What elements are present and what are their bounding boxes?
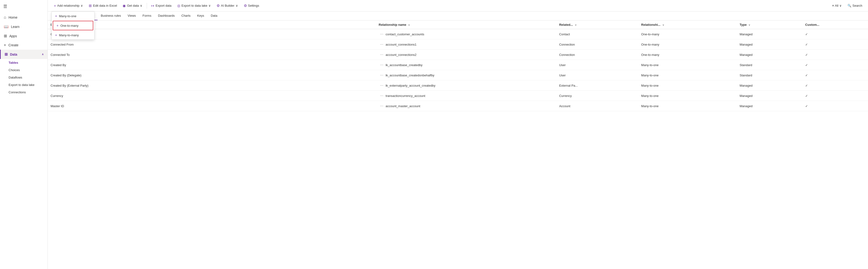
separator-1: [147, 3, 147, 8]
col-header-type[interactable]: Type ∨: [737, 21, 802, 29]
col-header-related[interactable]: Related... ∨: [556, 21, 638, 29]
sort-icon-reltype: ∨: [662, 24, 664, 26]
cell-rel-name: ··· lk_externalparty_account_createdby: [376, 81, 556, 91]
tab-dashboards[interactable]: Dashboards: [155, 11, 178, 20]
cell-rel-name: ··· account_connections1: [376, 39, 556, 50]
cell-type: Managed: [737, 101, 802, 111]
sidebar-sub-connections[interactable]: Connections: [0, 89, 48, 96]
dropdown-one-to-many[interactable]: + One-to-many: [53, 21, 93, 30]
search-button[interactable]: 🔍 Search: [845, 3, 864, 8]
row-more-button[interactable]: ···: [379, 62, 385, 67]
tab-forms-label: Forms: [143, 14, 152, 18]
sidebar-item-apps[interactable]: ⊞ Apps: [0, 31, 48, 40]
sidebar-sub-export-lake-label: Export to data lake: [8, 83, 34, 87]
table-row: Created By ··· lk_accountbase_createdby …: [48, 60, 868, 70]
row-more-button[interactable]: ···: [379, 42, 385, 47]
add-relationship-label: Add relationship: [57, 4, 80, 7]
cell-rel-type: Many-to-one: [638, 91, 737, 101]
tab-views[interactable]: Views: [124, 11, 139, 20]
col-header-display-name[interactable]: Display name ↑ ∨: [48, 21, 376, 29]
row-more-button[interactable]: ···: [379, 83, 385, 88]
tab-data[interactable]: Data: [208, 11, 221, 20]
tab-dashboards-label: Dashboards: [158, 14, 175, 18]
cell-rel-name: ··· lk_accountbase_createdby: [376, 60, 556, 70]
cell-type: Managed: [737, 91, 802, 101]
many-to-one-icon: +: [55, 14, 57, 18]
col-header-custom[interactable]: Custom...: [802, 21, 868, 29]
cell-customizable: ✓: [802, 91, 868, 101]
main-content: + Add relationship ∨ ⊞ Edit data in Exce…: [48, 0, 868, 269]
sidebar-sub-connections-label: Connections: [8, 90, 26, 94]
cell-related: Connection: [556, 39, 638, 50]
row-more-button[interactable]: ···: [379, 72, 385, 78]
row-more-button[interactable]: ···: [379, 103, 385, 109]
tab-charts[interactable]: Charts: [178, 11, 194, 20]
sidebar-item-home[interactable]: ⌂ Home: [0, 13, 48, 22]
cell-customizable: ✓: [802, 60, 868, 70]
table-row: Connected From ··· account_connections1 …: [48, 39, 868, 50]
row-more-button[interactable]: ···: [379, 93, 385, 98]
table-row: Created By (External Party) ··· lk_exter…: [48, 81, 868, 91]
export-data-button[interactable]: ↦ Export data: [149, 2, 174, 9]
hamburger-icon[interactable]: ☰: [0, 0, 48, 13]
tab-charts-label: Charts: [182, 14, 191, 18]
sidebar-sub-dataflows[interactable]: Dataflows: [0, 74, 48, 81]
edit-excel-button[interactable]: ⊞ Edit data in Excel: [86, 2, 119, 9]
table-row: Connected To ··· account_connections2 Co…: [48, 50, 868, 60]
settings-button[interactable]: ⚙ Settings: [241, 2, 262, 9]
get-data-button[interactable]: ◉ Get data ∨: [120, 2, 145, 9]
cell-rel-name: ··· account_master_account: [376, 101, 556, 111]
cell-rel-type: One-to-many: [638, 39, 737, 50]
export-lake-button[interactable]: ◎ Export to data lake ∨: [175, 2, 213, 9]
search-icon: 🔍: [847, 4, 851, 7]
sidebar-sub-choices-label: Choices: [8, 68, 20, 72]
sidebar-item-data[interactable]: ⊞ Data ∧: [0, 50, 48, 59]
row-more-button[interactable]: ···: [379, 52, 385, 57]
create-icon: +: [4, 43, 6, 47]
add-relationship-chevron: ∨: [81, 4, 83, 7]
cell-display-name: Company Name: [48, 29, 376, 39]
filter-button[interactable]: ≡ All ∨: [830, 3, 844, 8]
cell-display-name: Master ID: [48, 101, 376, 111]
row-more-button[interactable]: ···: [379, 31, 385, 37]
cell-display-name: Created By (External Party): [48, 81, 376, 91]
dropdown-many-to-many[interactable]: + Many-to-many: [52, 31, 94, 39]
cell-related: Connection: [556, 50, 638, 60]
tab-business-rules[interactable]: Business rules: [98, 11, 125, 20]
cell-related: Account: [556, 101, 638, 111]
sidebar-item-learn[interactable]: 📖 Learn: [0, 22, 48, 31]
sidebar-item-create[interactable]: + Create: [0, 40, 48, 50]
tab-business-rules-label: Business rules: [101, 14, 121, 18]
cell-rel-type: Many-to-one: [638, 70, 737, 81]
sidebar-sub-export-lake[interactable]: Export to data lake: [0, 81, 48, 89]
export-data-label: Export data: [156, 4, 172, 7]
cell-related: User: [556, 70, 638, 81]
cell-display-name: Currency: [48, 91, 376, 101]
col-header-rel-name[interactable]: Relationship name ∨: [376, 21, 556, 29]
ai-builder-button[interactable]: ⚙ AI Builder ∨: [214, 2, 240, 9]
apps-icon: ⊞: [4, 34, 7, 38]
sidebar-item-create-label: Create: [8, 43, 19, 47]
ai-icon: ⚙: [217, 4, 220, 8]
db-icon: ◉: [123, 4, 126, 8]
cell-rel-name: ··· transactioncurrency_account: [376, 91, 556, 101]
add-relationship-button[interactable]: + Add relationship ∨: [52, 2, 85, 9]
sidebar-sub-choices[interactable]: Choices: [0, 66, 48, 74]
sidebar-item-apps-label: Apps: [9, 34, 17, 38]
get-data-label: Get data: [127, 4, 139, 7]
tab-forms[interactable]: Forms: [139, 11, 155, 20]
lake-icon: ◎: [177, 4, 180, 8]
cell-type: Standard: [737, 70, 802, 81]
cell-rel-type: One-to-many: [638, 29, 737, 39]
col-header-reltype[interactable]: Relationshi... ∨: [638, 21, 737, 29]
sidebar: ☰ ⌂ Home 📖 Learn ⊞ Apps + Create ⊞ Data …: [0, 0, 48, 269]
cell-customizable: ✓: [802, 29, 868, 39]
sidebar-sub-tables[interactable]: Tables: [0, 59, 48, 66]
tab-keys[interactable]: Keys: [194, 11, 208, 20]
many-to-many-icon: +: [55, 33, 57, 37]
dropdown-many-to-one[interactable]: + Many-to-one: [52, 12, 94, 20]
tabs-bar: Columns Relationships Business rules Vie…: [48, 11, 868, 21]
cell-display-name: Created By: [48, 60, 376, 70]
col-reltype-label: Relationshi...: [641, 23, 660, 27]
cell-rel-name: ··· lk_accountbase_createdonbehalfby: [376, 70, 556, 81]
